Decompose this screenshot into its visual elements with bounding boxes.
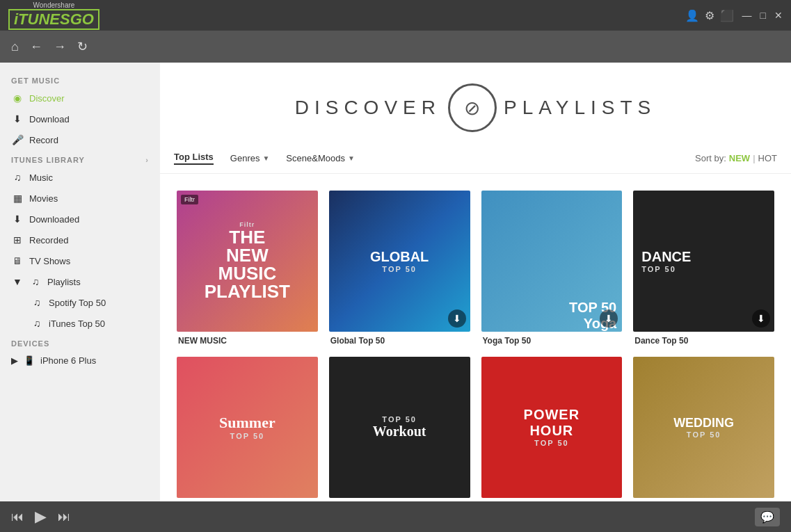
bottombar: ⏮ ▶ ⏭ 💬: [0, 501, 791, 532]
gear-icon[interactable]: ⚙: [705, 9, 714, 22]
main-layout: GET MUSIC ◉ Discover ⬇ Download 🎤 Record…: [0, 63, 791, 501]
playlist-thumb-new-music: Filtr THENEWMUSICPLAYLIST Filtr: [177, 191, 318, 332]
music-label: Music: [29, 172, 53, 183]
playlist-thumb-yoga: TOP 50Yoga ⬇: [481, 191, 623, 332]
sidebar-item-music[interactable]: ♫ Music: [0, 167, 160, 188]
discover-icon: ◉: [11, 92, 24, 104]
chat-button[interactable]: 💬: [755, 508, 780, 526]
playlist-card-dance[interactable]: DANCE TOP 50 ⬇ Dance Top 50: [628, 185, 780, 351]
person-icon[interactable]: 👤: [685, 9, 699, 22]
filtr-badge: Filtr: [181, 195, 198, 204]
movies-label: Movies: [29, 193, 58, 204]
sidebar-item-itunes-top-50[interactable]: ♫ iTunes Top 50: [25, 313, 160, 334]
iphone-label: iPhone 6 Plus: [40, 355, 96, 366]
mic-icon: 🎤: [11, 134, 24, 145]
expand-icon: ▶: [11, 355, 18, 366]
download-overlay-global[interactable]: ⬇: [448, 309, 466, 328]
scene-moods-filter[interactable]: Scene&Moods ▼: [286, 153, 354, 163]
itunes-library-section: ITUNES LIBRARY ›: [0, 150, 160, 167]
tvshows-label: TV Shows: [29, 256, 70, 266]
playlist-card-workout[interactable]: TOP 50 Workout Workout Top 50: [323, 351, 476, 501]
playlist-card-wedding[interactable]: WEDDING TOP 50 Wedding Top 50: [628, 351, 780, 501]
playlist-thumb-wedding: WEDDING TOP 50: [633, 357, 774, 498]
itunes-icon: ♫: [31, 318, 43, 329]
sort-hot-button[interactable]: HOT: [758, 153, 777, 163]
playlists-label: Playlists: [47, 277, 81, 287]
refresh-button[interactable]: ↻: [77, 39, 88, 54]
playlist-name-yoga: Yoga Top 50: [481, 336, 623, 346]
spotify-label: Spotify Top 50: [49, 298, 106, 308]
play-button[interactable]: ▶: [35, 508, 47, 526]
filter-bar: Top Lists Genres ▼ Scene&Moods ▼ Sort by…: [160, 146, 791, 174]
music-icon: ♫: [11, 172, 24, 183]
home-button[interactable]: ⌂: [11, 40, 19, 54]
spotify-icon: ♫: [31, 297, 43, 308]
maximize-button[interactable]: □: [760, 10, 766, 21]
download-icon: ⬇: [11, 113, 24, 124]
get-music-section: GET MUSIC: [0, 71, 160, 88]
sidebar-item-record[interactable]: 🎤 Record: [0, 129, 160, 150]
close-button[interactable]: ✕: [774, 10, 783, 21]
prev-button[interactable]: ⏮: [11, 510, 24, 524]
iphone-icon: 📱: [24, 355, 35, 366]
next-button[interactable]: ⏭: [58, 510, 70, 524]
player-controls: ⏮ ▶ ⏭: [11, 508, 70, 526]
app-brand: Wondershare: [33, 1, 75, 9]
playlists-expand-icon: ▼: [11, 276, 24, 287]
playlist-card-yoga[interactable]: TOP 50Yoga ⬇ Yoga Top 50: [476, 185, 628, 351]
top-lists-filter[interactable]: Top Lists: [174, 152, 214, 165]
app-name: iTUNESGO: [8, 9, 99, 30]
record-label: Record: [29, 135, 58, 145]
toolbar: ⌂ ← → ↻: [0, 31, 791, 63]
playlist-grid: Filtr THENEWMUSICPLAYLIST Filtr NEW MUSI…: [160, 174, 791, 501]
sidebar-item-recorded[interactable]: ⊞ Recorded: [0, 229, 160, 250]
sort-divider: |: [753, 153, 755, 163]
sort-section: Sort by: NEW | HOT: [695, 153, 777, 163]
minimize-button[interactable]: —: [742, 10, 752, 21]
sort-new-button[interactable]: NEW: [729, 153, 750, 163]
download-overlay-dance[interactable]: ⬇: [752, 309, 770, 328]
tvshows-icon: 🖥: [11, 255, 24, 266]
content-area: DISCOVER ⊘ PLAYLISTS Top Lists Genres ▼ …: [160, 63, 791, 501]
download-overlay-yoga[interactable]: ⬇: [600, 309, 618, 328]
scene-dropdown-icon: ▼: [348, 154, 355, 162]
playlist-card-summer[interactable]: Summer TOP 50 Summer Top 50: [171, 351, 323, 501]
playlist-name-dance: Dance Top 50: [633, 336, 774, 346]
playlist-thumb-workout: TOP 50 Workout: [329, 357, 470, 498]
compass-icon: ⊘: [448, 83, 497, 132]
genres-filter[interactable]: Genres ▼: [230, 153, 270, 163]
discover-text: DISCOVER: [295, 97, 441, 119]
sidebar-item-download[interactable]: ⬇ Download: [0, 108, 160, 129]
sidebar-item-discover[interactable]: ◉ Discover: [0, 88, 160, 108]
app-logo: Wondershare iTUNESGO: [8, 1, 99, 30]
sidebar-item-iphone[interactable]: ▶ 📱 iPhone 6 Plus: [0, 350, 160, 371]
playlist-card-new-music[interactable]: Filtr THENEWMUSICPLAYLIST Filtr NEW MUSI…: [171, 185, 323, 351]
genres-dropdown-icon: ▼: [262, 154, 269, 162]
discover-label: Discover: [29, 93, 65, 104]
download-label: Download: [29, 114, 70, 124]
sidebar-item-movies[interactable]: ▦ Movies: [0, 188, 160, 209]
sidebar-item-downloaded[interactable]: ⬇ Downloaded: [0, 209, 160, 229]
recorded-label: Recorded: [29, 235, 68, 245]
recorded-icon: ⊞: [11, 234, 24, 245]
back-button[interactable]: ←: [30, 40, 42, 54]
downloaded-icon: ⬇: [11, 213, 24, 225]
sidebar-item-tvshows[interactable]: 🖥 TV Shows: [0, 250, 160, 271]
playlist-name-global: Global Top 50: [329, 336, 470, 346]
playlist-card-power[interactable]: POWERHOUR TOP 50 Power Hour Top 50: [476, 351, 628, 501]
sidebar-item-spotify-top-50[interactable]: ♫ Spotify Top 50: [25, 292, 160, 313]
playlist-thumb-dance: DANCE TOP 50 ⬇: [633, 191, 774, 332]
library-expand-icon[interactable]: ›: [145, 156, 149, 164]
toggle-icon[interactable]: ⬛: [720, 9, 734, 22]
playlist-thumb-global: GLOBAL TOP 50 ⬇: [329, 191, 470, 332]
titlebar: Wondershare iTUNESGO 👤 ⚙ ⬛ — □ ✕: [0, 0, 791, 31]
playlist-thumb-power: POWERHOUR TOP 50: [481, 357, 623, 498]
forward-button[interactable]: →: [54, 40, 66, 54]
playlist-card-global[interactable]: GLOBAL TOP 50 ⬇ Global Top 50: [323, 185, 476, 351]
itunes-label: iTunes Top 50: [49, 319, 105, 329]
titlebar-icons: 👤 ⚙ ⬛ — □ ✕: [685, 9, 783, 22]
downloaded-label: Downloaded: [29, 214, 79, 225]
sort-by-label: Sort by:: [695, 153, 726, 163]
sidebar-item-playlists[interactable]: ▼ ♫ Playlists: [0, 271, 160, 292]
playlist-thumb-summer: Summer TOP 50: [177, 357, 318, 498]
